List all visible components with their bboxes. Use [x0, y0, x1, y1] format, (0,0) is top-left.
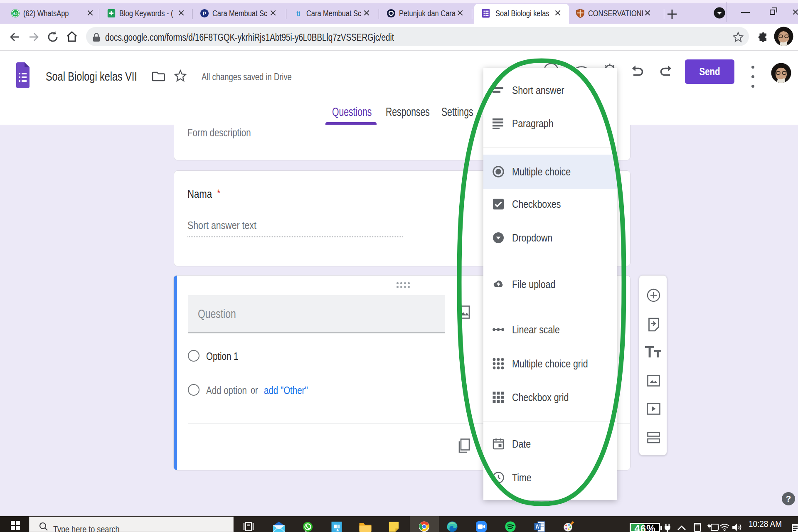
svg-text:P: P	[203, 10, 207, 17]
svg-text:ti: ti	[296, 10, 300, 17]
svg-text:62: 62	[13, 12, 17, 16]
